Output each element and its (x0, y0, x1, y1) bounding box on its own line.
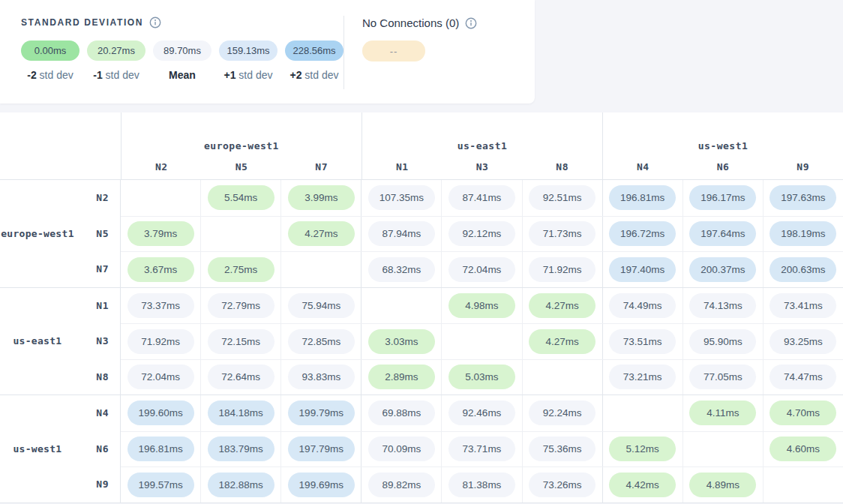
latency-cell: 3.79ms (121, 217, 200, 252)
latency-pill[interactable]: 72.15ms (208, 329, 274, 354)
latency-pill[interactable]: 4.27ms (529, 329, 596, 354)
latency-pill[interactable]: 73.21ms (609, 364, 676, 389)
column-group-label: us-east1 (362, 140, 602, 152)
latency-pill[interactable]: 3.99ms (288, 185, 355, 210)
latency-pill[interactable]: 72.64ms (208, 364, 274, 389)
latency-pill[interactable]: 92.46ms (448, 400, 515, 425)
matrix-row-N2: N25.54ms3.99ms107.35ms87.41ms92.51ms196.… (75, 180, 843, 216)
latency-pill[interactable]: 92.12ms (448, 221, 515, 246)
latency-cell: 73.51ms (602, 324, 682, 359)
latency-pill[interactable]: 74.47ms (770, 364, 836, 389)
latency-pill[interactable]: 73.71ms (448, 436, 515, 461)
latency-cell: 183.79ms (200, 432, 280, 467)
latency-cell: 4.60ms (763, 432, 843, 467)
latency-pill[interactable]: 197.40ms (609, 257, 676, 282)
latency-pill[interactable]: 184.18ms (208, 400, 274, 425)
latency-pill[interactable]: 87.41ms (448, 185, 515, 210)
latency-pill[interactable]: 95.90ms (689, 329, 756, 354)
latency-pill[interactable]: 3.03ms (368, 329, 435, 354)
latency-pill[interactable]: 74.13ms (689, 293, 756, 318)
column-header-N3: N3 (442, 161, 523, 172)
latency-pill[interactable]: 198.19ms (770, 221, 836, 246)
latency-pill[interactable]: 5.54ms (208, 185, 274, 210)
latency-pill[interactable]: 196.17ms (689, 185, 756, 210)
latency-pill[interactable]: 77.05ms (689, 364, 756, 389)
latency-pill[interactable]: 71.92ms (128, 329, 194, 354)
latency-pill[interactable]: 199.79ms (288, 400, 355, 425)
latency-cell: 2.75ms (200, 252, 280, 287)
latency-pill[interactable]: 4.98ms (448, 293, 515, 318)
column-header-N2: N2 (122, 161, 202, 172)
latency-cell: 74.49ms (602, 288, 682, 324)
std-deviation-info-icon[interactable] (149, 16, 161, 28)
latency-pill[interactable]: 93.25ms (770, 329, 836, 354)
latency-pill[interactable]: 72.04ms (448, 257, 515, 282)
latency-pill[interactable]: 183.79ms (208, 436, 274, 461)
latency-pill[interactable]: 75.36ms (529, 436, 596, 461)
latency-pill[interactable]: 3.67ms (128, 257, 194, 282)
latency-pill[interactable]: 4.27ms (288, 221, 355, 246)
latency-pill[interactable]: 81.38ms (448, 472, 515, 497)
latency-pill[interactable]: 5.12ms (609, 436, 676, 461)
latency-pill[interactable]: 73.41ms (770, 293, 836, 318)
latency-cell: 199.69ms (280, 467, 361, 502)
latency-pill[interactable]: 200.63ms (770, 257, 836, 282)
latency-pill[interactable]: 72.85ms (288, 329, 355, 354)
latency-pill[interactable]: 199.57ms (128, 472, 194, 497)
matrix-column-headers: europe-west1N2N5N7us-east1N1N3N8us-west1… (0, 112, 843, 180)
latency-pill[interactable]: 4.89ms (689, 472, 756, 497)
row-header-N9: N9 (75, 466, 121, 502)
latency-pill[interactable]: 196.72ms (609, 221, 676, 246)
latency-pill[interactable]: 70.09ms (368, 436, 435, 461)
latency-pill[interactable]: 72.04ms (128, 364, 194, 389)
latency-pill[interactable]: 89.82ms (368, 472, 435, 497)
latency-pill[interactable]: 68.32ms (368, 257, 435, 282)
latency-pill[interactable]: 197.64ms (689, 221, 756, 246)
latency-cell: 73.41ms (763, 288, 843, 324)
legend-label-plus1: +1 std dev (219, 69, 278, 81)
latency-pill[interactable]: 87.94ms (368, 221, 435, 246)
latency-cell: 71.92ms (522, 252, 602, 287)
latency-pill[interactable]: 73.26ms (529, 472, 596, 497)
latency-pill[interactable]: 199.60ms (128, 400, 194, 425)
latency-pill[interactable]: 69.88ms (368, 400, 435, 425)
latency-pill[interactable]: 73.37ms (128, 293, 194, 318)
latency-pill[interactable]: 197.63ms (770, 185, 836, 210)
latency-pill[interactable]: 4.42ms (609, 472, 676, 497)
latency-pill[interactable]: 4.11ms (689, 400, 756, 425)
latency-pill[interactable]: 4.27ms (529, 293, 596, 318)
latency-pill[interactable]: 93.83ms (288, 364, 355, 389)
latency-pill[interactable]: 75.94ms (288, 293, 355, 318)
latency-pill[interactable]: 200.37ms (689, 257, 756, 282)
latency-pill[interactable]: 92.51ms (529, 185, 596, 210)
latency-pill[interactable]: 71.73ms (529, 221, 596, 246)
latency-pill[interactable]: 4.60ms (770, 436, 836, 461)
column-group-label: europe-west1 (122, 140, 362, 152)
latency-cell: 73.21ms (602, 360, 682, 395)
latency-pill[interactable]: 2.75ms (208, 257, 274, 282)
row-group-label: us-west1 (0, 395, 75, 502)
latency-pill[interactable]: 197.79ms (288, 436, 355, 461)
latency-pill[interactable]: 71.92ms (529, 257, 596, 282)
latency-cell: 92.12ms (441, 217, 521, 252)
latency-pill[interactable]: 4.70ms (770, 400, 836, 425)
latency-pill[interactable]: 107.35ms (368, 185, 435, 210)
latency-pill[interactable]: 73.51ms (609, 329, 676, 354)
latency-pill[interactable]: 74.49ms (609, 293, 676, 318)
latency-pill[interactable]: 3.79ms (128, 221, 194, 246)
latency-cell: 2.89ms (361, 360, 441, 395)
latency-pill[interactable]: 199.69ms (288, 472, 355, 497)
latency-pill[interactable]: 5.03ms (448, 364, 515, 389)
matrix-row-N4: N4199.60ms184.18ms199.79ms69.88ms92.46ms… (75, 395, 843, 431)
latency-cell: 4.27ms (280, 217, 361, 252)
latency-pill[interactable]: 196.81ms (128, 436, 194, 461)
no-connections-info-icon[interactable] (465, 17, 477, 29)
latency-pill[interactable]: 196.81ms (609, 185, 676, 210)
latency-pill[interactable]: 72.79ms (208, 293, 274, 318)
latency-pill[interactable]: 2.89ms (368, 364, 435, 389)
latency-pill[interactable]: 92.24ms (529, 400, 596, 425)
latency-pill[interactable]: 182.88ms (208, 472, 274, 497)
std-deviation-section: STANDARD DEVIATION 0.00ms 20.27ms 89.70m… (0, 0, 344, 104)
std-deviation-scale: 0.00ms 20.27ms 89.70ms 159.13ms 228.56ms (21, 40, 344, 61)
matrix-row-N9: N9199.57ms182.88ms199.69ms89.82ms81.38ms… (75, 466, 843, 502)
